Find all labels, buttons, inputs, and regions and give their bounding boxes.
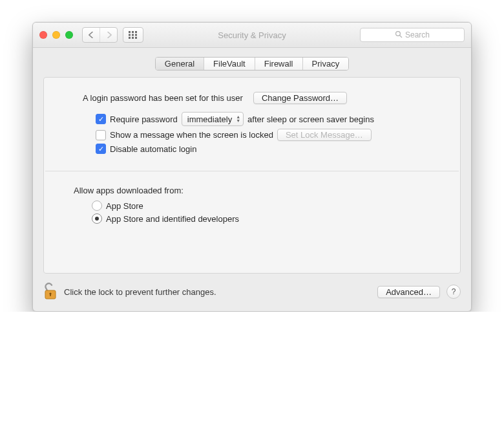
button-label: Advanced… [386, 287, 432, 297]
main-panel: A login password has been set for this u… [43, 77, 461, 274]
show-message-checkbox[interactable] [96, 130, 106, 140]
require-password-suffix: after sleep or screen saver begins [247, 114, 374, 124]
window-controls [39, 31, 73, 39]
radio-appstore[interactable] [92, 201, 102, 211]
search-icon [395, 30, 403, 40]
select-value: immediately [187, 114, 232, 124]
radio-label: App Store and identified developers [106, 214, 239, 224]
tabs-container: General FileVault Firewall Privacy [33, 48, 471, 77]
disable-auto-login-checkbox[interactable]: ✓ [96, 144, 106, 154]
require-password-row: ✓ Require password immediately ▲▼ after … [96, 112, 447, 126]
svg-rect-14 [50, 294, 51, 296]
minimize-window-button[interactable] [52, 31, 60, 39]
tab-privacy[interactable]: Privacy [302, 58, 349, 70]
svg-line-10 [400, 35, 402, 37]
svg-rect-7 [132, 37, 134, 39]
svg-rect-1 [132, 31, 134, 33]
tab-filevault[interactable]: FileVault [204, 58, 255, 70]
svg-point-9 [396, 31, 401, 36]
svg-rect-4 [132, 34, 134, 36]
tab-label: FileVault [213, 59, 246, 69]
require-password-delay-select[interactable]: immediately ▲▼ [182, 112, 244, 126]
search-input[interactable]: Search [360, 28, 465, 42]
set-lock-message-button[interactable]: Set Lock Message… [277, 129, 372, 141]
tab-label: Privacy [312, 59, 340, 69]
tab-general[interactable]: General [156, 58, 204, 70]
stepper-icon: ▲▼ [236, 115, 240, 123]
require-password-checkbox[interactable]: ✓ [96, 114, 106, 124]
forward-button[interactable] [100, 28, 117, 42]
disable-auto-login-label: Disable automatic login [110, 144, 196, 154]
svg-rect-0 [129, 31, 131, 33]
search-placeholder: Search [405, 30, 430, 39]
button-label: Change Password… [262, 93, 339, 103]
tab-label: General [165, 59, 194, 69]
radio-identified-developers[interactable] [92, 213, 102, 224]
gatekeeper-option-identified: App Store and identified developers [92, 213, 447, 224]
gatekeeper-option-appstore: App Store [92, 201, 447, 211]
help-button[interactable]: ? [446, 285, 461, 299]
zoom-window-button[interactable] [65, 31, 73, 39]
help-label: ? [452, 287, 456, 296]
tabs: General FileVault Firewall Privacy [155, 57, 349, 70]
show-all-button[interactable] [123, 27, 143, 43]
login-section: A login password has been set for this u… [44, 78, 460, 171]
preferences-window: Security & Privacy Search General FileVa… [32, 22, 472, 312]
password-set-text: A login password has been set for this u… [83, 93, 243, 103]
tab-label: Firewall [264, 59, 293, 69]
gatekeeper-title: Allow apps downloaded from: [74, 186, 447, 195]
show-message-row: Show a message when the screen is locked… [96, 129, 447, 141]
nav-group [82, 27, 118, 43]
svg-rect-6 [129, 37, 131, 39]
lock-text: Click the lock to prevent further change… [64, 287, 216, 297]
button-label: Set Lock Message… [286, 130, 363, 140]
footer: Click the lock to prevent further change… [33, 274, 471, 311]
svg-rect-5 [135, 34, 137, 36]
back-button[interactable] [83, 28, 100, 42]
show-message-label: Show a message when the screen is locked [110, 130, 273, 140]
gatekeeper-section: Allow apps downloaded from: App Store Ap… [44, 171, 460, 273]
titlebar: Security & Privacy Search [33, 23, 471, 48]
svg-rect-3 [129, 34, 131, 36]
require-password-prefix: Require password [110, 114, 178, 124]
advanced-button[interactable]: Advanced… [377, 286, 440, 298]
tab-firewall[interactable]: Firewall [255, 58, 302, 70]
close-window-button[interactable] [39, 31, 47, 39]
disable-auto-login-row: ✓ Disable automatic login [96, 144, 447, 154]
svg-rect-2 [135, 31, 137, 33]
radio-label: App Store [106, 201, 143, 211]
password-set-row: A login password has been set for this u… [83, 92, 447, 104]
change-password-button[interactable]: Change Password… [253, 92, 347, 104]
lock-icon[interactable] [43, 283, 58, 301]
svg-rect-8 [135, 37, 137, 39]
